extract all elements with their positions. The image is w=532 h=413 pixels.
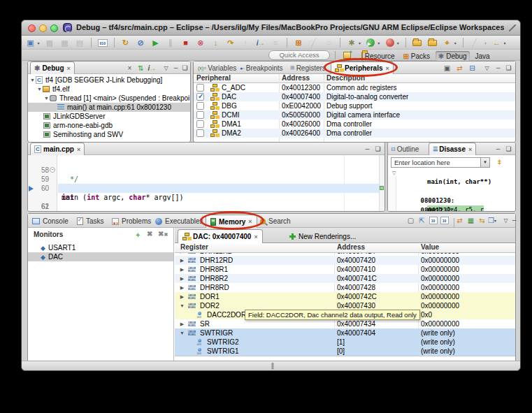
code-line[interactable]: 63 trace_puts ("Hello ARM World!");	[28, 202, 384, 211]
add-monitor-icon[interactable]: ＋	[134, 230, 141, 240]
expander-icon[interactable]	[179, 303, 185, 308]
peripheral-row[interactable]: DMA1 0x40026000 Dma controller	[194, 119, 515, 129]
expander-icon[interactable]	[29, 78, 36, 82]
memory-row[interactable]: DHR8R1 0x40007410 0x00000000	[175, 265, 515, 274]
import-memory-button[interactable]: 10	[428, 215, 438, 225]
checkbox[interactable]	[196, 111, 204, 119]
maximize-icon[interactable]	[503, 63, 514, 73]
close-icon[interactable]	[67, 65, 71, 72]
toggle-split-button[interactable]: ▦	[466, 215, 476, 225]
tree-row-gdb[interactable]: arm-none-eabi-gdb	[28, 121, 190, 130]
reset-button[interactable]	[120, 37, 131, 48]
minimize-icon[interactable]	[509, 215, 519, 225]
perspective-debug[interactable]: Debug	[436, 51, 470, 61]
location-combo[interactable]: Enter location here ▼	[391, 157, 490, 168]
tree-row-thread[interactable]: Thread [1] <main> (Suspended : Breakpoi	[28, 94, 190, 103]
column-description[interactable]: Description	[326, 74, 365, 82]
last-edit-button[interactable]	[468, 37, 480, 48]
edit-button[interactable]	[308, 37, 319, 48]
column-register[interactable]: Register	[180, 243, 208, 251]
memory-row-field-selected[interactable]: SWTRIG1 [0] (write only)	[175, 347, 515, 356]
restart-view-button[interactable]: i	[147, 63, 157, 73]
external-tools-button[interactable]	[345, 37, 357, 48]
view-menu-icon[interactable]	[482, 63, 492, 73]
memory-row[interactable]: DHR8R2 0x4000741C 0x00000000	[175, 274, 515, 283]
external-tools-dropdown-icon[interactable]: ▾	[357, 37, 361, 48]
remove-terminated-button[interactable]: ×	[124, 63, 135, 73]
expander-icon[interactable]	[179, 258, 185, 263]
checkbox[interactable]	[196, 84, 204, 92]
perspective-resource[interactable]: Resource	[359, 51, 398, 61]
tab-console[interactable]: Console	[32, 215, 69, 228]
sash-grip-icon[interactable]: ●●●	[271, 363, 275, 369]
combo-dropdown-icon[interactable]: ▼	[480, 158, 489, 167]
disasm-line[interactable]: 08001232: sub sp, #12	[398, 197, 454, 212]
layout-button[interactable]: ❐▾	[488, 215, 498, 225]
tab-breakpoints[interactable]: ●◦Breakpoints	[240, 61, 283, 74]
search-dropdown-icon[interactable]: ▾	[453, 37, 457, 48]
expander-icon[interactable]	[179, 294, 185, 300]
code-line[interactable]: 59 int	[28, 166, 384, 175]
memory-table-header[interactable]: Register Address Value	[175, 243, 515, 253]
memory-row[interactable]: DOR1 0x4000742C 0x00000000	[175, 292, 515, 301]
monitor-item-dac[interactable]: DAC	[28, 252, 173, 261]
tab-variables[interactable]: (x)=Variables	[198, 61, 236, 74]
step-into-button[interactable]	[210, 37, 222, 48]
open-type-button[interactable]	[411, 37, 423, 48]
close-icon[interactable]	[254, 233, 257, 240]
minimize-window-button[interactable]	[39, 24, 47, 32]
back-dropdown-icon[interactable]: ▾	[503, 37, 507, 48]
zoom-window-button[interactable]	[50, 24, 58, 32]
resize-icon[interactable]	[509, 24, 516, 31]
perspective-java[interactable]: Java	[472, 51, 492, 61]
suspend-button[interactable]	[165, 37, 177, 48]
minimize-icon[interactable]	[493, 144, 503, 154]
export-button[interactable]: ⇱	[417, 215, 427, 225]
connect-icon[interactable]: ⇅	[136, 63, 146, 73]
memory-row[interactable]: DHR12RD 0x40007420 0x00000000	[175, 256, 515, 265]
expander-icon[interactable]	[179, 331, 185, 335]
view-menu-icon[interactable]	[161, 63, 171, 73]
peripheral-row[interactable]: DCMI 0x50050000 Digital camera interface	[194, 110, 515, 119]
restart-button[interactable]: i	[254, 37, 266, 48]
tab-search[interactable]: Search	[260, 215, 291, 228]
save-button[interactable]	[43, 37, 55, 48]
refresh-location-icon[interactable]: ǂ	[494, 157, 505, 167]
open-perspective-button[interactable]	[340, 50, 356, 60]
tab-main-cpp[interactable]: C main.cpp	[30, 143, 85, 155]
tab-outline[interactable]: ⊟Outline	[391, 143, 419, 155]
step-over-button[interactable]	[224, 37, 236, 48]
monitor-item-usart1[interactable]: USART1	[28, 243, 173, 252]
collapse-all-button[interactable]: ⊟	[467, 63, 477, 73]
maximize-icon[interactable]	[180, 63, 190, 73]
checkbox[interactable]	[196, 102, 204, 110]
close-icon[interactable]	[385, 65, 389, 72]
binary-toggle-button[interactable]: 010	[96, 37, 108, 48]
new-memory-view-button[interactable]: ▢	[405, 215, 416, 225]
resume-button[interactable]	[150, 37, 161, 48]
peripheral-row[interactable]: C_ADC 0x40012300 Common adc registers	[194, 83, 515, 92]
fold-collapse-icon[interactable]	[50, 167, 55, 173]
tree-row-elf[interactable]: tf4.elf	[28, 85, 190, 94]
expander-icon[interactable]	[36, 87, 43, 92]
tab-dac-rendering[interactable]: DAC: 0x40007400	[178, 229, 263, 243]
instruction-stepping-button[interactable]	[270, 37, 282, 48]
memory-row-field-selected[interactable]: SWTRIG2 [1] (write only)	[175, 338, 515, 347]
run-dropdown-icon[interactable]: ▾	[377, 37, 381, 48]
tab-disassembly[interactable]: ☰Disasse	[429, 143, 476, 155]
disconnect-button[interactable]	[194, 37, 206, 48]
tab-peripherals[interactable]: Peripherals	[331, 61, 394, 74]
expander-icon[interactable]	[179, 267, 185, 273]
expander-icon[interactable]	[179, 285, 185, 291]
minimize-icon[interactable]	[493, 63, 503, 73]
code-line[interactable]: 58 */	[28, 157, 384, 166]
annotation-dropdown-icon[interactable]: ▾	[484, 37, 488, 48]
packs-button[interactable]	[293, 37, 305, 48]
new-dropdown-icon[interactable]: ▾	[36, 37, 41, 48]
print-button[interactable]	[73, 37, 85, 48]
tree-row-launch[interactable]: C tf4 [GDB SEGGER J-Link Debugging]	[28, 75, 190, 85]
back-button[interactable]	[491, 37, 503, 48]
tab-tasks[interactable]: Tasks	[77, 215, 104, 228]
tab-new-renderings[interactable]: New Renderings...	[285, 229, 360, 243]
run-configurations-button[interactable]	[365, 37, 377, 48]
